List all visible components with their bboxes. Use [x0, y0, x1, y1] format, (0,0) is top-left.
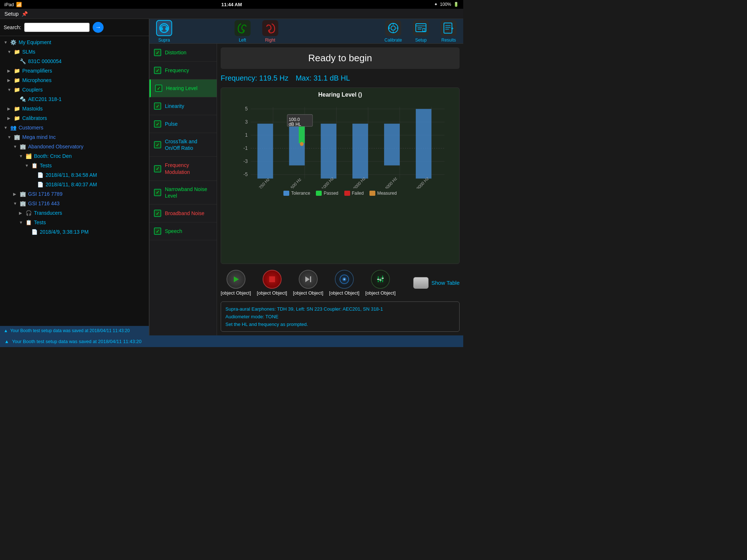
- levels-label: [object Object]: [365, 290, 395, 296]
- svg-rect-38: [352, 124, 368, 179]
- legend-label: Measured: [377, 191, 396, 196]
- svg-text:1: 1: [245, 132, 248, 138]
- battery-icon: 🔋: [453, 2, 459, 7]
- tree-item[interactable]: ▼ 📋 Tests: [0, 218, 149, 227]
- menu-check: ✓: [154, 49, 161, 56]
- stop-label: [object Object]: [257, 290, 287, 296]
- menu-item-frequency-modulation[interactable]: ✓ Frequency Modulation: [150, 157, 217, 180]
- menu-item-hearing-level[interactable]: ✓ Hearing Level: [150, 79, 217, 97]
- legend-swatch: [283, 191, 289, 196]
- svg-text:dB HL: dB HL: [289, 121, 301, 127]
- left-ear-button[interactable]: Left: [232, 20, 253, 43]
- next-button[interactable]: [object Object]: [293, 270, 323, 296]
- left-label: Left: [239, 38, 246, 43]
- results-button[interactable]: Results: [438, 20, 460, 43]
- menu-item-speech[interactable]: ✓ Speech: [150, 222, 217, 240]
- tree-item[interactable]: 📄 2018/4/11, 8:40:37 AM: [0, 180, 149, 189]
- chart-svg: 5 3 1 -1 -3 -5: [228, 101, 452, 188]
- stop-icon: [263, 270, 282, 289]
- svg-marker-50: [234, 276, 239, 282]
- search-bar: Search: →: [0, 19, 149, 36]
- tree-item[interactable]: 📄 2018/4/9, 3:38:13 PM: [0, 227, 149, 237]
- tree-item[interactable]: 🔩 AEC201 318-1: [0, 94, 149, 104]
- tree-item[interactable]: ▼ 🗂️ Booth: Croc Den: [0, 151, 149, 161]
- bottom-status-text: Your Booth test setup data was saved at …: [12, 339, 142, 344]
- freq-info: Frequency: 119.5 Hz Max: 31.1 dB HL: [221, 72, 460, 85]
- info-line: Set the HL and frequency as prompted.: [225, 322, 455, 327]
- run-label: [object Object]: [221, 290, 251, 296]
- controls-bar: [object Object] [object Object]: [221, 267, 460, 299]
- ready-banner: Ready to begin: [221, 47, 460, 69]
- tree-item[interactable]: ▶ 🎧 Transducers: [0, 208, 149, 218]
- results-label: Results: [441, 38, 456, 43]
- menu-item-narrowband-noise-level[interactable]: ✓ Narrowband Noise Level: [150, 181, 217, 205]
- time-display: 11:44 AM: [221, 2, 242, 7]
- tree-item[interactable]: ▼ 👥 Customers: [0, 123, 149, 132]
- menu-check: ✓: [154, 67, 161, 74]
- stop-button[interactable]: [object Object]: [257, 270, 287, 296]
- app-header: Setup 📌: [0, 9, 463, 19]
- search-input[interactable]: [24, 23, 90, 32]
- tree-item[interactable]: ▶ 📁 Microphones: [0, 75, 149, 85]
- menu-item-crosstalk-and-on/off-ratio[interactable]: ✓ CrossTalk and On/Off Ratio: [150, 133, 217, 157]
- note-button[interactable]: [object Object]: [329, 270, 359, 296]
- svg-point-1: [159, 27, 163, 31]
- ready-text: Ready to begin: [308, 52, 372, 63]
- svg-rect-9: [444, 23, 452, 33]
- battery-display: 100%: [440, 2, 451, 7]
- svg-text:5: 5: [245, 106, 248, 112]
- legend-item: Passed: [316, 191, 338, 196]
- tree-item[interactable]: ▶ 📁 Calibrators: [0, 113, 149, 123]
- svg-text:-5: -5: [243, 172, 248, 177]
- show-table-button[interactable]: Show Table: [413, 277, 460, 289]
- left-menu: ✓ Distortion ✓ Frequency ✓ Hearing Level…: [150, 44, 217, 335]
- tree-item[interactable]: ▼ ⚙️ My Equipment: [0, 38, 149, 47]
- setup-toolbar-button[interactable]: Setup: [410, 20, 432, 43]
- menu-item-pulse[interactable]: ✓ Pulse: [150, 115, 217, 133]
- wifi-icon: 📶: [16, 2, 22, 7]
- next-label: [object Object]: [293, 290, 323, 296]
- svg-text:3: 3: [245, 119, 248, 125]
- menu-item-broadband-noise[interactable]: ✓ Broadband Noise: [150, 205, 217, 222]
- menu-check: ✓: [154, 120, 161, 128]
- svg-rect-33: [258, 124, 273, 179]
- menu-item-linearity[interactable]: ✓ Linearity: [150, 97, 217, 115]
- calibrate-button[interactable]: Calibrate: [382, 20, 404, 43]
- svg-marker-52: [305, 276, 310, 282]
- tree-item[interactable]: ▼ 📋 Tests: [0, 161, 149, 170]
- levels-button[interactable]: [object Object]: [365, 270, 395, 296]
- content-area: ✓ Distortion ✓ Frequency ✓ Hearing Level…: [150, 44, 463, 335]
- legend-label: Tolerance: [291, 191, 310, 196]
- tree-item[interactable]: ▼ 🏢 Abandoned Observatory: [0, 142, 149, 151]
- next-icon: [299, 270, 318, 289]
- calibrate-icon: [385, 20, 401, 36]
- left-ear-icon: [235, 20, 251, 36]
- tree-item[interactable]: ▼ 🏢 Mega mind Inc: [0, 132, 149, 142]
- tree-item[interactable]: ▶ 📁 Mastoids: [0, 104, 149, 113]
- menu-check: ✓: [154, 210, 161, 217]
- tree-item[interactable]: ▼ 🏢 GSI 1716 443: [0, 199, 149, 208]
- tree-item[interactable]: 📄 2018/4/11, 8:34:58 AM: [0, 170, 149, 180]
- main-layout: Search: → ▼ ⚙️ My Equipment ▼ 📁 SLMs 🔧 8…: [0, 19, 463, 335]
- search-button[interactable]: →: [93, 22, 104, 33]
- legend-item: Failed: [344, 191, 364, 196]
- tree-item[interactable]: ▼ 📁 SLMs: [0, 47, 149, 57]
- info-box: Supra-aural Earphones: TDH 39, Left: SN …: [221, 302, 460, 332]
- legend-label: Passed: [324, 191, 338, 196]
- note-label: [object Object]: [329, 290, 359, 296]
- svg-point-4: [391, 26, 395, 30]
- tree-item[interactable]: ▶ 🏢 GSI 1716 7789: [0, 189, 149, 199]
- menu-item-frequency[interactable]: ✓ Frequency: [150, 62, 217, 79]
- right-ear-icon: [262, 20, 278, 36]
- calibrate-label: Calibrate: [384, 38, 402, 43]
- tree-item[interactable]: ▼ 📁 Couplers: [0, 85, 149, 94]
- run-button[interactable]: [object Object]: [221, 270, 251, 296]
- tree-item[interactable]: 🔧 831C 0000054: [0, 57, 149, 66]
- tree-item[interactable]: ▶ 📁 Preamplifiers: [0, 66, 149, 75]
- sidebar: Search: → ▼ ⚙️ My Equipment ▼ 📁 SLMs 🔧 8…: [0, 19, 150, 335]
- legend-swatch: [316, 191, 322, 196]
- chart-container: Hearing Level () 5 3: [221, 88, 460, 264]
- right-ear-button[interactable]: Right: [259, 20, 281, 43]
- menu-item-distortion[interactable]: ✓ Distortion: [150, 44, 217, 62]
- supra-button[interactable]: Supra: [153, 20, 175, 43]
